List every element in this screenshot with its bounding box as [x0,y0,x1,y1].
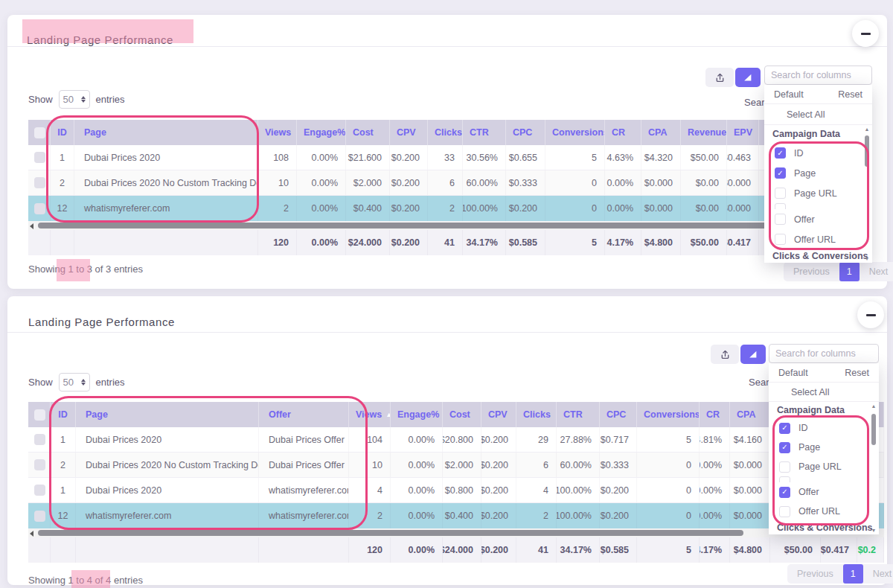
select-all-button[interactable]: Select All [769,383,879,402]
column-option-page[interactable]: ✓Page [769,438,879,457]
column-header-Views[interactable]: Views▲ [258,120,297,145]
column-option-offer[interactable]: Offer [764,209,872,229]
checkbox-unchecked[interactable] [775,234,786,245]
checkbox-checked[interactable]: ✓ [775,167,786,179]
column-header-CPV[interactable]: CPV [481,402,516,427]
checkbox-unchecked[interactable] [775,214,786,225]
collapse-panel-button[interactable] [852,20,879,47]
column-header-CPC[interactable]: CPC [506,120,545,145]
column-header-Clicks[interactable]: Clicks [428,120,463,145]
checkbox-checked[interactable]: ✓ [779,442,790,453]
column-header-CPA[interactable]: CPA [730,402,770,427]
scrollbar-thumb[interactable] [38,223,818,229]
pagination-page-1[interactable]: 1 [843,564,863,584]
checkbox-unchecked[interactable] [775,188,786,199]
pagination-page-1[interactable]: 1 [839,262,860,281]
column-header-Cost[interactable]: Cost [443,402,481,427]
scroll-left-icon[interactable] [30,223,33,229]
scrollbar-thumb[interactable] [871,414,876,445]
column-visibility-button[interactable] [740,345,766,364]
checkbox-checked[interactable]: ✓ [779,423,790,434]
horizontal-scrollbar[interactable] [28,221,865,230]
column-header-Page[interactable]: Page [74,120,258,145]
row-checkbox[interactable] [34,177,45,188]
column-header-CPA[interactable]: CPA [641,120,681,145]
collapse-panel-button[interactable] [857,301,884,328]
column-visibility-button[interactable] [735,68,761,87]
column-header-Views[interactable]: Views▲ [349,402,391,427]
scroll-up-icon[interactable]: ▲ [864,127,870,132]
pagination-next[interactable]: Next [860,266,893,277]
column-header-Offer[interactable]: Offer [259,402,349,427]
reset-button[interactable]: Reset [838,89,862,100]
column-header-CPC[interactable]: CPC [600,402,637,427]
table-row[interactable]: 1Dubai Prices 20201080.00%$21.600$0.2003… [28,145,865,170]
table-row[interactable]: 1Dubai Prices 2020whatismyreferer.com40.… [28,478,884,503]
table-row[interactable]: 1Dubai Prices 2020Dubai Prices Offer1040… [28,427,884,453]
column-header-Clicks[interactable]: Clicks [516,402,557,427]
scrollbar-thumb[interactable] [865,135,869,167]
default-button[interactable]: Default [774,89,804,100]
column-header-Conversions[interactable]: Conversions [545,120,605,145]
export-button[interactable] [711,345,739,364]
scroll-left-icon[interactable] [30,531,33,537]
column-option-offer-url[interactable]: Offer URL [764,229,872,249]
export-button[interactable] [705,68,734,87]
scroll-up-icon[interactable]: ▲ [871,403,877,409]
column-header-Page[interactable]: Page [76,402,259,427]
table-row[interactable]: 12whatismyreferer.comwhatismyreferer.com… [28,503,884,528]
column-header-Engage%[interactable]: Engage% [297,120,346,145]
scroll-down-icon[interactable]: ▼ [871,528,877,533]
scrollbar-thumb[interactable] [38,530,743,536]
pagination-next[interactable]: Next [863,569,893,579]
scroll-down-icon[interactable]: ▼ [864,256,870,261]
column-header-ID[interactable]: ID [51,120,74,145]
checkbox-unchecked[interactable] [779,461,790,473]
dropdown-scrollbar[interactable]: ▲ ▼ [864,127,870,261]
page-length-select[interactable]: 50 [59,90,90,109]
column-header-Revenue[interactable]: Revenue [681,120,727,145]
column-header-EPV[interactable]: EPV [727,120,759,145]
column-option-offer[interactable]: ✓Offer [769,482,879,502]
columns-search-input[interactable] [769,344,879,363]
column-option-page[interactable]: ✓Page [764,163,872,183]
column-header-Conversions[interactable]: Conversions [637,402,700,427]
cell-value: 0.00% [607,178,633,188]
pagination-previous[interactable]: Previous [784,266,839,277]
column-header-CTR[interactable]: CTR [557,402,600,427]
row-checkbox[interactable] [34,511,45,522]
column-header-CR[interactable]: CR [605,120,641,145]
pagination-previous[interactable]: Previous [787,569,843,579]
default-button[interactable]: Default [778,368,808,378]
select-all-checkbox[interactable] [34,409,45,421]
dropdown-scrollbar[interactable]: ▲ ▼ [871,403,877,533]
column-option-id[interactable]: ✓ID [769,418,879,438]
column-header-CTR[interactable]: CTR [463,120,506,145]
row-checkbox[interactable] [34,485,45,496]
column-header-Engage%[interactable]: Engage% [391,402,443,427]
column-option-page-url[interactable]: Page URL [764,183,872,203]
column-option-offer-url[interactable]: Offer URL [769,502,879,521]
columns-search-input[interactable] [764,65,872,85]
page-length-select[interactable]: 50 [59,373,90,392]
checkbox-checked[interactable]: ✓ [779,487,790,498]
select-all-button[interactable]: Select All [764,104,872,125]
checkbox-unchecked[interactable] [779,506,790,517]
column-header-Cost[interactable]: Cost [346,120,390,145]
table-row[interactable]: 2Dubai Prices 2020 No Custom Tracking Do… [28,453,884,478]
row-checkbox[interactable] [34,434,45,445]
reset-button[interactable]: Reset [845,368,869,378]
horizontal-scrollbar[interactable] [28,528,884,537]
row-checkbox[interactable] [34,152,45,163]
column-header-CR[interactable]: CR [700,402,730,427]
column-header-ID[interactable]: ID [51,402,76,427]
column-option-page-url[interactable]: Page URL [769,457,879,476]
column-header-CPV[interactable]: CPV [390,120,428,145]
row-checkbox[interactable] [34,459,45,470]
table-row[interactable]: 12whatismyreferer.com20.00%$0.400$0.2002… [28,196,865,221]
select-all-checkbox[interactable] [34,127,45,138]
column-option-id[interactable]: ✓ID [764,143,872,163]
checkbox-checked[interactable]: ✓ [775,147,786,159]
row-checkbox[interactable] [34,203,45,214]
table-row[interactable]: 2Dubai Prices 2020 No Custom Tracking Do… [28,170,865,196]
